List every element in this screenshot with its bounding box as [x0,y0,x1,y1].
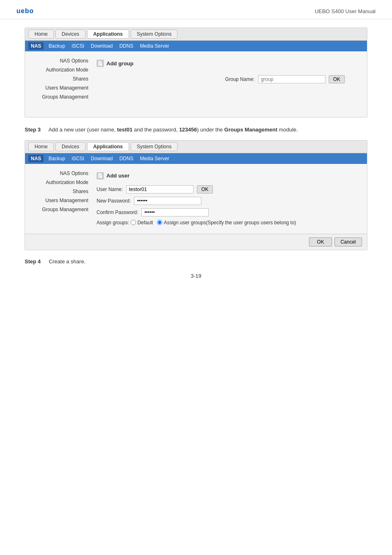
confirm-password-input[interactable] [141,208,209,216]
sub-nav-backup[interactable]: Backup [47,42,67,50]
add-group-label: Add group [106,60,134,67]
panel1-sidebar: NAS Options Authorization Mode Shares Us… [30,56,92,112]
brand-logo: uebo [16,7,34,15]
add-user-label: Add user [106,173,129,179]
new-password-input[interactable] [134,197,201,205]
nav-applications[interactable]: Applications [87,30,129,39]
manual-title: UEBO S400 User Manual [315,8,376,14]
assign-groups-label: Assign groups: [97,220,129,226]
step4-text: Create a share. [49,258,86,265]
panel2-sidebar-shares[interactable]: Shares [30,187,92,196]
page-number: 3-19 [25,265,367,283]
sidebar-shares[interactable]: Shares [30,74,92,83]
add-user-header: 📄 Add user [97,172,357,180]
new-password-row: New Password: [97,197,357,205]
add-user-icon: 📄 [97,172,104,180]
nav-system-options[interactable]: System Options [131,30,178,39]
step3-label: Step 3 [25,127,41,133]
add-group-header: 📄 Add group [97,60,357,67]
panel2-sidebar: NAS Options Authorization Mode Shares Us… [30,169,92,229]
assign-groups-row: Assign groups: Default Assign user group… [97,220,357,226]
username-label: User Name: [97,187,123,192]
sub-nav-ddns[interactable]: DDNS [118,42,135,50]
radio-assign-input[interactable] [157,220,162,225]
sub-nav-media-server[interactable]: Media Server [138,42,171,50]
panel2-sidebar-nas-options[interactable]: NAS Options [30,169,92,178]
panel2-nav-applications[interactable]: Applications [87,142,129,151]
panel2-sub-nav-iscsi[interactable]: iSCSI [70,155,86,162]
radio-default[interactable]: Default [131,220,153,226]
page-header: uebo UEBO S400 User Manual [0,0,392,19]
step4-label: Step 4 [25,258,41,265]
group-form-row: Group Name: OK [97,75,357,83]
panel2-ok-button[interactable]: OK [309,237,332,246]
panel2-cancel-button[interactable]: Cancel [334,237,362,246]
radio-default-label: Default [137,220,153,226]
panel2-sub-nav-nas: NAS [28,155,44,162]
nav-home[interactable]: Home [28,30,54,39]
add-group-icon: 📄 [97,60,104,67]
step3-text: Add a new user (user name, test01 and th… [48,127,298,133]
panel1-body: NAS Options Authorization Mode Shares Us… [25,51,367,117]
panel2: Home Devices Applications System Options… [25,140,367,250]
panel2-sub-nav: NAS Backup iSCSI Download DDNS Media Ser… [25,153,367,164]
group-ok-button[interactable]: OK [329,75,345,83]
group-name-label: Group Name: [225,76,255,82]
step3-block: Step 3 Add a new user (user name, test01… [25,126,367,134]
radio-default-input[interactable] [131,220,136,225]
username-row: User Name: OK [97,185,357,193]
new-password-label: New Password: [97,198,131,204]
panel2-sub-nav-download[interactable]: Download [89,155,114,162]
panel2-nav-system-options[interactable]: System Options [131,142,178,151]
main-content: Home Devices Applications System Options… [0,19,392,299]
panel2-btn-row: OK Cancel [25,234,367,250]
panel2-sub-nav-media-server[interactable]: Media Server [138,155,171,162]
radio-assign-label: Assign user groups(Specify the user grou… [164,220,296,226]
step4-block: Step 4 Create a share. [25,258,367,265]
sidebar-groups-management[interactable]: Groups Management [30,92,92,101]
nav-devices[interactable]: Devices [55,30,85,39]
panel1-sub-nav: NAS Backup iSCSI Download DDNS Media Ser… [25,41,367,51]
radio-assign[interactable]: Assign user groups(Specify the user grou… [157,220,296,226]
confirm-password-label: Confirm Password: [97,210,138,215]
sidebar-users-management[interactable]: Users Management [30,83,92,92]
sub-nav-iscsi[interactable]: iSCSI [70,42,86,50]
panel2-main: 📄 Add user User Name: OK New Password: C… [92,169,362,229]
user-ok-button[interactable]: OK [197,185,213,193]
panel2-sidebar-authorization-mode[interactable]: Authorization Mode [30,178,92,187]
panel2-body: NAS Options Authorization Mode Shares Us… [25,164,367,234]
panel1-main: 📄 Add group Group Name: OK [92,56,362,112]
panel1-top-nav: Home Devices Applications System Options [25,28,367,41]
sub-nav-download[interactable]: Download [89,42,114,50]
sidebar-authorization-mode[interactable]: Authorization Mode [30,65,92,74]
sub-nav-nas-label: NAS [28,42,44,50]
panel2-nav-devices[interactable]: Devices [55,142,85,151]
panel2-sidebar-groups-management[interactable]: Groups Management [30,205,92,214]
username-input[interactable] [126,185,194,193]
group-name-input[interactable] [258,75,325,83]
panel2-sub-nav-ddns[interactable]: DDNS [118,155,135,162]
sidebar-nas-options[interactable]: NAS Options [30,56,92,65]
confirm-password-row: Confirm Password: [97,208,357,216]
panel1: Home Devices Applications System Options… [25,28,367,117]
panel2-sidebar-users-management[interactable]: Users Management [30,196,92,205]
panel2-top-nav: Home Devices Applications System Options [25,140,367,153]
panel2-nav-home[interactable]: Home [28,142,54,151]
panel2-sub-nav-backup[interactable]: Backup [47,155,67,162]
